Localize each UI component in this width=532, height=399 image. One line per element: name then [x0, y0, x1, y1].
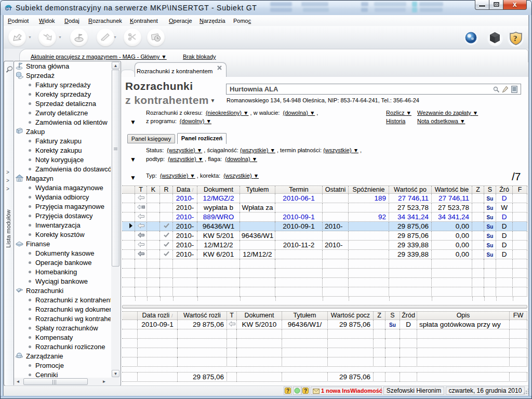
svg-text:?: ?: [304, 388, 307, 394]
svg-text:?: ?: [286, 388, 289, 394]
svg-text:GT: GT: [5, 6, 12, 11]
svg-text:?: ?: [513, 34, 517, 43]
